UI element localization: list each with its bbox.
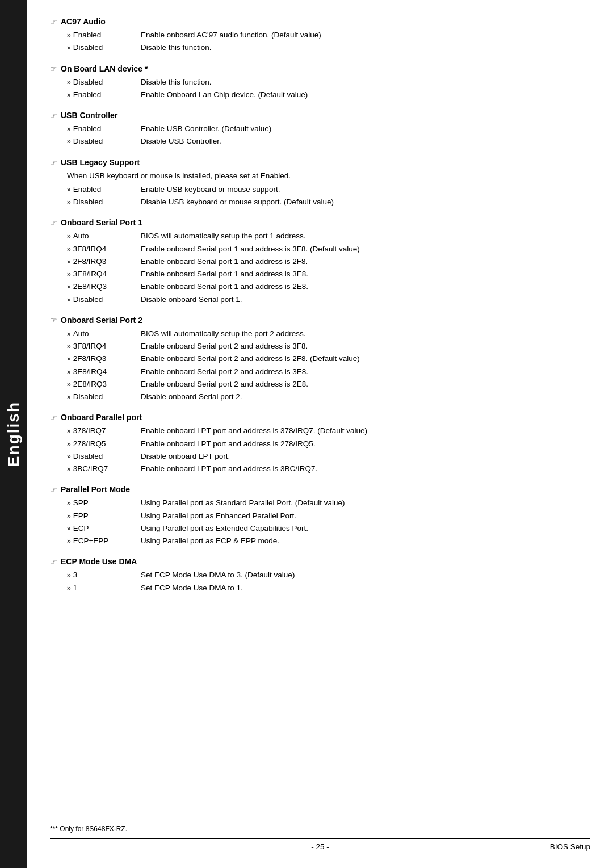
arrow-icon: »	[67, 498, 71, 508]
arrow-icon: »	[67, 570, 71, 580]
option-value-text: Enable onboard Serial port 2 and address…	[141, 353, 590, 364]
footnote: *** Only for 8S648FX-RZ.	[50, 825, 590, 833]
option-value-text: Disable onboard LPT port.	[141, 451, 590, 462]
option-key-text: Disabled	[73, 136, 103, 147]
option-value-text: Disable this function.	[141, 77, 590, 88]
footer-right-text: BIOS Setup	[522, 842, 590, 851]
sidebar-label: English	[5, 401, 23, 467]
option-key: »Disabled	[67, 196, 141, 208]
option-row: »DisabledDisable onboard Serial port 1.	[67, 294, 590, 305]
option-value-text: Enable onboard Serial port 2 and address…	[141, 341, 590, 352]
option-list-onboard-lan: »DisabledDisable this function.»EnabledE…	[67, 77, 590, 101]
option-value-text: Set ECP Mode Use DMA to 3. (Default valu…	[141, 569, 590, 581]
option-value-text: BIOS will automatically setup the port 1…	[141, 230, 590, 242]
arrow-icon: »	[67, 244, 71, 254]
arrow-icon: »	[67, 136, 71, 146]
section-onboard-parallel-port: Onboard Parallel port»378/IRQ7Enable onb…	[50, 413, 590, 475]
option-key: »ECP+EPP	[67, 535, 141, 547]
option-key-text: 3E8/IRQ4	[73, 366, 107, 378]
option-value-text: BIOS will automatically setup the port 2…	[141, 328, 590, 339]
arrow-icon: »	[67, 426, 71, 436]
section-title-onboard-serial-port-2: Onboard Serial Port 2	[50, 316, 590, 325]
option-value-text: Using Parallel port as Extended Capabili…	[141, 523, 590, 534]
arrow-icon: »	[67, 30, 71, 40]
option-key: »Auto	[67, 230, 141, 242]
option-value-text: Using Parallel port as Enhanced Parallel…	[141, 510, 590, 522]
arrow-icon: »	[67, 197, 71, 207]
arrow-icon: »	[67, 231, 71, 241]
option-value-text: Enable onboard AC'97 audio function. (De…	[141, 30, 590, 41]
option-value-text: Disable onboard Serial port 2.	[141, 391, 590, 402]
arrow-icon: »	[67, 451, 71, 462]
section-title-onboard-serial-port-1: Onboard Serial Port 1	[50, 218, 590, 227]
option-value-text: Enable USB Controller. (Default value)	[141, 123, 590, 135]
option-row: »2E8/IRQ3Enable onboard Serial port 1 an…	[67, 281, 590, 292]
option-row: »2E8/IRQ3Enable onboard Serial port 2 an…	[67, 379, 590, 390]
sidebar: English	[0, 0, 27, 868]
option-row: »DisabledDisable this function.	[67, 42, 590, 53]
option-row: »3F8/IRQ4Enable onboard Serial port 2 an…	[67, 341, 590, 352]
option-key: »Disabled	[67, 391, 141, 402]
option-list-ecp-mode-dma: »3Set ECP Mode Use DMA to 3. (Default va…	[67, 569, 590, 594]
option-value-text: Disable USB Controller.	[141, 136, 590, 147]
option-row: »2F8/IRQ3Enable onboard Serial port 2 an…	[67, 353, 590, 364]
section-title-onboard-parallel-port: Onboard Parallel port	[50, 413, 590, 422]
option-row: »278/IRQ5Enable onboard LPT port and add…	[67, 438, 590, 450]
option-value-text: Enable onboard Serial port 2 and address…	[141, 366, 590, 378]
arrow-icon: »	[67, 379, 71, 389]
option-value-text: Enable Onboard Lan Chip device. (Default…	[141, 89, 590, 100]
option-key-text: 3BC/IRQ7	[73, 463, 108, 475]
option-list-onboard-serial-port-2: »AutoBIOS will automatically setup the p…	[67, 328, 590, 403]
arrow-icon: »	[67, 367, 71, 377]
option-key: »3BC/IRQ7	[67, 463, 141, 475]
option-row: »ECPUsing Parallel port as Extended Capa…	[67, 523, 590, 534]
footer-page-number: - 25 -	[118, 842, 522, 851]
option-key: »2E8/IRQ3	[67, 281, 141, 292]
option-value-text: Disable USB keyboard or mouse support. (…	[141, 196, 590, 208]
arrow-icon: »	[67, 295, 71, 305]
option-key: »Disabled	[67, 77, 141, 88]
option-list-onboard-serial-port-1: »AutoBIOS will automatically setup the p…	[67, 230, 590, 305]
option-row: »3E8/IRQ4Enable onboard Serial port 2 an…	[67, 366, 590, 378]
option-value-text: Using Parallel port as Standard Parallel…	[141, 497, 590, 509]
option-row: »2F8/IRQ3Enable onboard Serial port 1 an…	[67, 256, 590, 267]
option-key-text: Enabled	[73, 89, 102, 100]
arrow-icon: »	[67, 184, 71, 195]
option-row: »ECP+EPPUsing Parallel port as ECP & EPP…	[67, 535, 590, 547]
option-value-text: Using Parallel port as ECP & EPP mode.	[141, 535, 590, 547]
option-value-text: Enable onboard Serial port 1 and address…	[141, 256, 590, 267]
option-value-text: Enable onboard Serial port 1 and address…	[141, 281, 590, 292]
arrow-icon: »	[67, 282, 71, 292]
option-key-text: 2E8/IRQ3	[73, 379, 107, 390]
arrow-icon: »	[67, 257, 71, 267]
option-key-text: 2F8/IRQ3	[73, 256, 107, 267]
option-key-text: Disabled	[73, 42, 103, 53]
option-key-text: Auto	[73, 230, 89, 242]
arrow-icon: »	[67, 536, 71, 546]
arrow-icon: »	[67, 43, 71, 53]
option-row: »DisabledDisable USB keyboard or mouse s…	[67, 196, 590, 208]
main-content: AC97 Audio»EnabledEnable onboard AC'97 a…	[27, 0, 613, 868]
section-title-parallel-port-mode: Parallel Port Mode	[50, 485, 590, 494]
section-onboard-serial-port-2: Onboard Serial Port 2»AutoBIOS will auto…	[50, 316, 590, 403]
section-ac97-audio: AC97 Audio»EnabledEnable onboard AC'97 a…	[50, 17, 590, 54]
option-row: »3Set ECP Mode Use DMA to 3. (Default va…	[67, 569, 590, 581]
option-key: »2F8/IRQ3	[67, 353, 141, 364]
option-value-text: Enable onboard LPT port and address is 3…	[141, 463, 590, 475]
arrow-icon: »	[67, 341, 71, 351]
option-key: »Enabled	[67, 30, 141, 41]
section-note-usb-legacy: When USB keyboard or mouse is installed,…	[67, 170, 590, 182]
option-list-ac97-audio: »EnabledEnable onboard AC'97 audio funct…	[67, 30, 590, 54]
option-key: »278/IRQ5	[67, 438, 141, 450]
option-key-text: Disabled	[73, 451, 103, 462]
option-row: »DisabledDisable onboard LPT port.	[67, 451, 590, 462]
option-key-text: 3F8/IRQ4	[73, 244, 107, 255]
footer: *** Only for 8S648FX-RZ. - 25 - BIOS Set…	[27, 825, 613, 851]
option-key: »3F8/IRQ4	[67, 244, 141, 255]
option-key: »2F8/IRQ3	[67, 256, 141, 267]
section-title-ecp-mode-dma: ECP Mode Use DMA	[50, 557, 590, 566]
option-value-text: Disable this function.	[141, 42, 590, 53]
option-key-text: 3F8/IRQ4	[73, 341, 107, 352]
option-row: »EPPUsing Parallel port as Enhanced Para…	[67, 510, 590, 522]
section-usb-controller: USB Controller»EnabledEnable USB Control…	[50, 111, 590, 148]
